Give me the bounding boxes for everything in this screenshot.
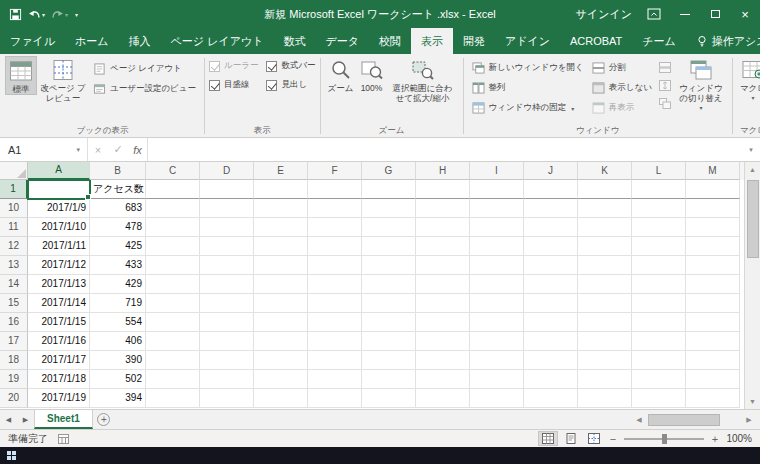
cell-A18[interactable]: 2017/1/17 bbox=[28, 351, 90, 370]
cell-J10[interactable] bbox=[524, 199, 578, 218]
cell-A13[interactable]: 2017/1/12 bbox=[28, 256, 90, 275]
cell-K10[interactable] bbox=[578, 199, 632, 218]
cell-L13[interactable] bbox=[632, 256, 686, 275]
cell-K19[interactable] bbox=[578, 370, 632, 389]
column-header-A[interactable]: A bbox=[28, 162, 90, 180]
row-header-19[interactable]: 19 bbox=[0, 370, 28, 389]
row-header-14[interactable]: 14 bbox=[0, 275, 28, 294]
cell-B14[interactable]: 429 bbox=[90, 275, 146, 294]
cell-C13[interactable] bbox=[146, 256, 200, 275]
qat-customize-button[interactable]: ▾ bbox=[71, 3, 81, 25]
normal-view-button[interactable]: 標準 bbox=[5, 56, 37, 95]
cell-A20[interactable]: 2017/1/19 bbox=[28, 389, 90, 408]
cell-G19[interactable] bbox=[362, 370, 416, 389]
cell-G11[interactable] bbox=[362, 218, 416, 237]
tab-file[interactable]: ファイル bbox=[0, 28, 65, 54]
name-box-dropdown-icon[interactable]: ▾ bbox=[69, 146, 87, 154]
zoom-slider[interactable] bbox=[624, 438, 704, 440]
column-header-C[interactable]: C bbox=[146, 162, 200, 180]
cell-C17[interactable] bbox=[146, 332, 200, 351]
tell-me-box[interactable]: 操作アシスト bbox=[686, 28, 760, 54]
cell-A17[interactable]: 2017/1/16 bbox=[28, 332, 90, 351]
cell-I11[interactable] bbox=[470, 218, 524, 237]
cell-I20[interactable] bbox=[470, 389, 524, 408]
cell-K15[interactable] bbox=[578, 294, 632, 313]
cell-G13[interactable] bbox=[362, 256, 416, 275]
undo-dropdown-icon[interactable]: ▾ bbox=[42, 11, 45, 18]
cell-A1[interactable] bbox=[28, 180, 90, 199]
cell-L12[interactable] bbox=[632, 237, 686, 256]
row-header-20[interactable]: 20 bbox=[0, 389, 28, 408]
maximize-button[interactable] bbox=[700, 0, 730, 28]
start-button[interactable] bbox=[7, 451, 16, 460]
cell-K18[interactable] bbox=[578, 351, 632, 370]
tab-page-layout[interactable]: ページ レイアウト bbox=[161, 28, 274, 54]
cell-L15[interactable] bbox=[632, 294, 686, 313]
name-box[interactable]: A1 ▾ bbox=[0, 138, 88, 161]
cell-C15[interactable] bbox=[146, 294, 200, 313]
cell-L10[interactable] bbox=[632, 199, 686, 218]
reset-window-position-button[interactable] bbox=[656, 94, 674, 112]
status-normal-view-button[interactable] bbox=[538, 431, 558, 446]
column-header-J[interactable]: J bbox=[524, 162, 578, 180]
tab-home[interactable]: ホーム bbox=[65, 28, 119, 54]
cell-J14[interactable] bbox=[524, 275, 578, 294]
cell-K17[interactable] bbox=[578, 332, 632, 351]
cell-M11[interactable] bbox=[686, 218, 740, 237]
cell-B20[interactable]: 394 bbox=[90, 389, 146, 408]
status-page-layout-view-button[interactable] bbox=[561, 431, 581, 446]
cell-B18[interactable]: 390 bbox=[90, 351, 146, 370]
row-header-11[interactable]: 11 bbox=[0, 218, 28, 237]
cell-H18[interactable] bbox=[416, 351, 470, 370]
macro-record-button[interactable] bbox=[58, 434, 69, 444]
column-header-G[interactable]: G bbox=[362, 162, 416, 180]
row-header-1[interactable]: 1 bbox=[0, 180, 28, 199]
cell-E11[interactable] bbox=[254, 218, 308, 237]
cell-D12[interactable] bbox=[200, 237, 254, 256]
scroll-up-button[interactable]: ▲ bbox=[745, 162, 760, 177]
cell-M14[interactable] bbox=[686, 275, 740, 294]
split-button[interactable]: 分割 bbox=[588, 58, 656, 78]
freeze-panes-button[interactable]: ウィンドウ枠の固定 ▾ bbox=[468, 98, 588, 118]
cell-A12[interactable]: 2017/1/11 bbox=[28, 237, 90, 256]
close-button[interactable]: × bbox=[730, 0, 760, 28]
cell-C12[interactable] bbox=[146, 237, 200, 256]
column-header-K[interactable]: K bbox=[578, 162, 632, 180]
cell-F14[interactable] bbox=[308, 275, 362, 294]
horizontal-scrollbar-thumb[interactable] bbox=[648, 414, 720, 426]
view-side-by-side-button[interactable] bbox=[656, 58, 674, 76]
cell-I13[interactable] bbox=[470, 256, 524, 275]
row-header-10[interactable]: 10 bbox=[0, 199, 28, 218]
cell-L1[interactable] bbox=[632, 180, 686, 199]
status-page-break-view-button[interactable] bbox=[584, 431, 604, 446]
switch-windows-button[interactable]: ウィンドウの切り替え ▾ bbox=[674, 56, 728, 111]
cell-H17[interactable] bbox=[416, 332, 470, 351]
cell-C20[interactable] bbox=[146, 389, 200, 408]
sheet-nav-right-button[interactable]: ▶ bbox=[17, 410, 34, 429]
cell-K1[interactable] bbox=[578, 180, 632, 199]
formula-bar-expand-button[interactable]: ▾ bbox=[742, 138, 760, 161]
cell-J16[interactable] bbox=[524, 313, 578, 332]
cell-E17[interactable] bbox=[254, 332, 308, 351]
cell-B17[interactable]: 406 bbox=[90, 332, 146, 351]
cell-J18[interactable] bbox=[524, 351, 578, 370]
cell-J15[interactable] bbox=[524, 294, 578, 313]
cell-K14[interactable] bbox=[578, 275, 632, 294]
sheet-tab-sheet1[interactable]: Sheet1 bbox=[34, 410, 93, 429]
custom-views-button[interactable]: ユーザー設定のビュー bbox=[89, 79, 200, 99]
cell-B13[interactable]: 433 bbox=[90, 256, 146, 275]
cell-B19[interactable]: 502 bbox=[90, 370, 146, 389]
cell-H15[interactable] bbox=[416, 294, 470, 313]
scroll-right-button[interactable]: ▶ bbox=[742, 413, 756, 427]
tab-acrobat[interactable]: ACROBAT bbox=[560, 28, 632, 54]
sign-in-button[interactable]: サインイン bbox=[576, 7, 632, 22]
scroll-left-button[interactable]: ◀ bbox=[632, 413, 646, 427]
row-header-13[interactable]: 13 bbox=[0, 256, 28, 275]
formula-input[interactable] bbox=[148, 138, 742, 161]
cell-G14[interactable] bbox=[362, 275, 416, 294]
cell-H13[interactable] bbox=[416, 256, 470, 275]
tab-formulas[interactable]: 数式 bbox=[273, 28, 315, 54]
cell-I19[interactable] bbox=[470, 370, 524, 389]
cell-M16[interactable] bbox=[686, 313, 740, 332]
zoom-percentage[interactable]: 100% bbox=[724, 433, 752, 444]
